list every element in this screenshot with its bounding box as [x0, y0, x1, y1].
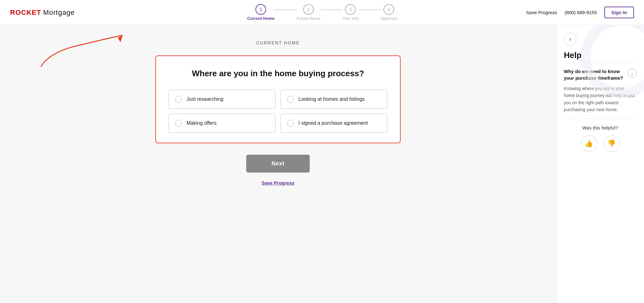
option-label-making-offers: Making offers: [186, 120, 217, 126]
question-card: Where are you in the home buying process…: [155, 55, 401, 143]
step-label-2: Future Home: [297, 16, 320, 21]
option-label-just-researching: Just researching: [186, 96, 223, 102]
option-looking-at-homes[interactable]: Looking at homes and listings: [280, 90, 387, 109]
step-label-1: Current Home: [247, 16, 275, 21]
step-circle-3: 3: [345, 4, 356, 15]
sidebar-divider-1: [564, 63, 636, 63]
question-title: Where are you in the home buying process…: [169, 69, 387, 78]
header: ROCKET Mortgage 1 Current Home 2 Future …: [0, 0, 644, 25]
logo-mortgage-text: Mortgage: [43, 9, 75, 17]
radio-signed-agreement: [287, 120, 294, 127]
radio-just-researching: [175, 96, 182, 103]
chevron-down-icon[interactable]: ⌄: [628, 69, 636, 77]
stepper: 1 Current Home 2 Future Home 3 Your Info…: [247, 4, 397, 21]
step-4[interactable]: 4 Approval: [380, 4, 397, 21]
header-phone: (800) 689-9155: [564, 10, 597, 15]
radio-looking-at-homes: [287, 96, 294, 103]
option-label-signed-agreement: I signed a purchase agreement: [298, 120, 368, 126]
header-right: Save Progress (800) 689-9155 Sign In: [526, 7, 634, 18]
step-1[interactable]: 1 Current Home: [247, 4, 275, 21]
step-circle-4: 4: [383, 4, 394, 15]
option-making-offers[interactable]: Making offers: [169, 114, 275, 133]
sidebar-help-title: Help: [564, 50, 636, 60]
main-content: CURRENT HOME Where are you in the home b…: [0, 25, 556, 303]
option-just-researching[interactable]: Just researching: [169, 90, 275, 109]
logo: ROCKET Mortgage: [10, 9, 75, 17]
save-progress-link[interactable]: Save Progress: [262, 180, 294, 186]
sidebar-faq-item: Why do we need to know your purchase tim…: [564, 68, 636, 81]
step-label-4: Approval: [380, 16, 397, 21]
logo-rocket-text: ROCKET: [10, 9, 41, 17]
sidebar-faq-question: Why do we need to know your purchase tim…: [564, 68, 624, 81]
radio-making-offers: [175, 120, 182, 127]
step-circle-1: 1: [256, 4, 266, 15]
thumbs-up-button[interactable]: 👍: [581, 135, 597, 152]
options-grid: Just researching Looking at homes and li…: [169, 90, 387, 133]
step-line-1: [275, 9, 297, 10]
sidebar-toggle-button[interactable]: ›: [564, 33, 576, 45]
step-circle-2: 2: [303, 4, 314, 15]
step-3[interactable]: 3 Your Info: [342, 4, 359, 21]
sidebar-faq-answer: Knowing where you are in your home buyin…: [564, 85, 636, 113]
sign-in-button[interactable]: Sign In: [604, 7, 634, 18]
sidebar-divider-2: [564, 118, 636, 119]
sidebar: › Help Why do we need to know your purch…: [556, 25, 644, 303]
step-line-3: [358, 9, 380, 10]
next-button[interactable]: Next: [246, 155, 309, 173]
step-2[interactable]: 2 Future Home: [297, 4, 320, 21]
feedback-buttons: 👍 👎: [556, 135, 644, 152]
thumbs-down-button[interactable]: 👎: [603, 135, 620, 152]
step-label-3: Your Info: [342, 16, 359, 21]
option-label-looking-at-homes: Looking at homes and listings: [298, 96, 365, 102]
step-line-2: [320, 9, 342, 10]
section-label: CURRENT HOME: [256, 40, 300, 45]
main-wrapper: CURRENT HOME Where are you in the home b…: [0, 25, 644, 303]
header-save-progress[interactable]: Save Progress: [526, 10, 557, 15]
was-helpful-label: Was this helpful?: [556, 125, 644, 130]
option-signed-agreement[interactable]: I signed a purchase agreement: [280, 114, 387, 133]
